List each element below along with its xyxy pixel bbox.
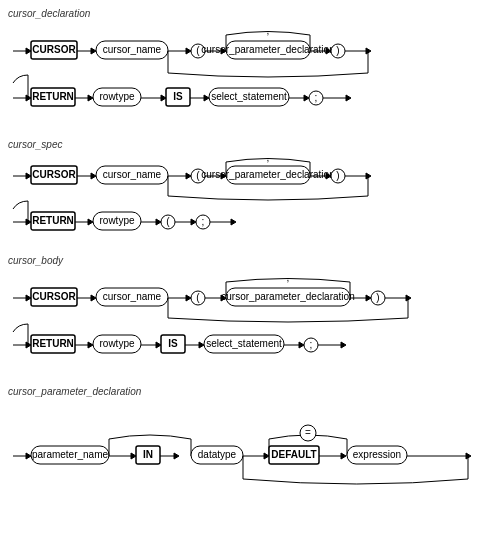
svg-marker-91 [91,295,96,301]
svg-marker-40 [304,95,309,101]
svg-marker-104 [366,295,371,301]
svg-text:cursor_name: cursor_name [103,291,162,302]
svg-marker-126 [299,342,304,348]
svg-marker-36 [204,95,209,101]
svg-text:cursor_parameter_declaration: cursor_parameter_declaration [221,291,354,302]
svg-text:IS: IS [173,91,183,102]
cursor-declaration-diagram: CURSOR cursor_name ( , cursor_parameter_… [8,23,478,123]
svg-marker-150 [341,453,346,459]
svg-text:cursor_name: cursor_name [103,44,162,55]
svg-text:rowtype: rowtype [99,91,134,102]
svg-marker-5 [91,48,96,54]
svg-text:RETURN: RETURN [32,91,74,102]
svg-text:RETURN: RETURN [32,338,74,349]
svg-text:,: , [267,25,270,36]
svg-text:): ) [376,292,379,303]
svg-text:,: , [287,272,290,283]
svg-text:cursor_parameter_declaration: cursor_parameter_declaration [201,169,334,180]
svg-text:): ) [336,170,339,181]
svg-marker-114 [88,342,93,348]
svg-marker-85 [231,219,236,225]
svg-marker-77 [156,219,161,225]
cursor-spec-title: cursor_spec [8,139,492,150]
svg-text:,: , [267,154,270,163]
cursor-parameter-declaration-title: cursor_parameter_declaration [8,386,492,397]
svg-marker-28 [88,95,93,101]
svg-text:IN: IN [143,449,153,460]
svg-marker-9 [186,48,191,54]
svg-marker-50 [91,173,96,179]
svg-text:parameter_name: parameter_name [32,449,109,460]
svg-text:CURSOR: CURSOR [32,169,76,180]
svg-text:;: ; [315,92,318,103]
cursor-parameter-declaration-diagram: parameter_name IN datatype = DEFAULT exp… [8,401,478,501]
cursor-parameter-declaration-section: cursor_parameter_declaration parameter_n… [8,386,492,503]
svg-text:DEFAULT: DEFAULT [271,449,316,460]
svg-marker-81 [191,219,196,225]
svg-marker-140 [174,453,179,459]
svg-text:select_statement: select_statement [211,91,287,102]
svg-text:CURSOR: CURSOR [32,291,76,302]
svg-text:select_statement: select_statement [206,338,282,349]
cursor-body-section: cursor_body CURSOR cursor_name ( , curso… [8,255,492,372]
svg-marker-54 [186,173,191,179]
svg-marker-132 [26,453,31,459]
cursor-spec-section: cursor_spec CURSOR cursor_name ( , curso… [8,139,492,241]
svg-text:expression: expression [353,449,401,460]
svg-text:=: = [305,427,311,438]
cursor-declaration-title: cursor_declaration [8,8,492,19]
cursor-body-title: cursor_body [8,255,492,266]
svg-text:;: ; [202,216,205,227]
svg-text:rowtype: rowtype [99,215,134,226]
svg-text:CURSOR: CURSOR [32,44,76,55]
cursor-spec-diagram: CURSOR cursor_name ( , cursor_parameter_… [8,154,478,239]
svg-text:cursor_name: cursor_name [103,169,162,180]
svg-text:datatype: datatype [198,449,237,460]
svg-marker-130 [341,342,346,348]
svg-text:IS: IS [168,338,178,349]
cursor-declaration-section: cursor_declaration CURSOR cursor_name ( … [8,8,492,125]
svg-text:): ) [336,45,339,56]
svg-marker-122 [199,342,204,348]
cursor-body-diagram: CURSOR cursor_name ( , cursor_parameter_… [8,270,478,370]
svg-marker-95 [186,295,191,301]
svg-marker-73 [88,219,93,225]
svg-text:RETURN: RETURN [32,215,74,226]
svg-text:;: ; [310,339,313,350]
svg-text:cursor_parameter_declaration: cursor_parameter_declaration [201,44,334,55]
svg-text:rowtype: rowtype [99,338,134,349]
svg-marker-44 [346,95,351,101]
